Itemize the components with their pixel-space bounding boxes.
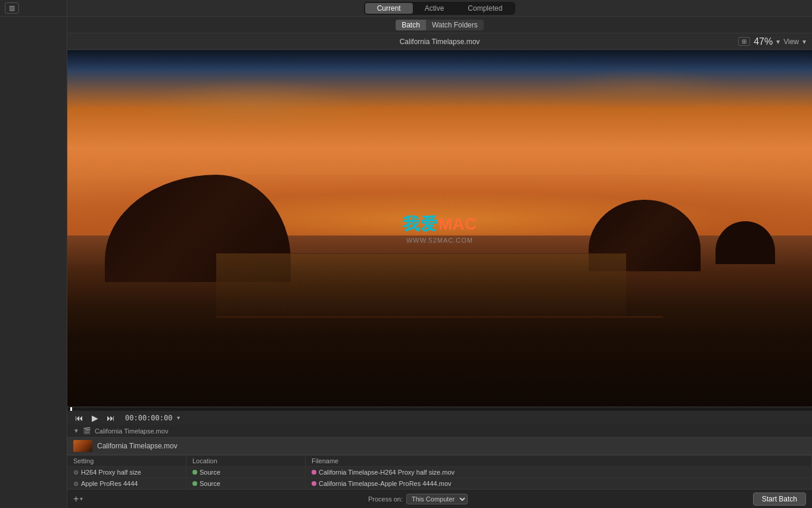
zoom-level: 47% bbox=[754, 36, 773, 47]
add-button[interactable]: + ▾ bbox=[73, 494, 83, 504]
watermark: 我爱MAC WWW.52MAC.COM bbox=[403, 213, 477, 244]
filename-value-1: California Timelapse-H264 Proxy half siz… bbox=[319, 469, 455, 476]
tab-completed[interactable]: Completed bbox=[456, 3, 514, 14]
view-button[interactable]: View bbox=[783, 38, 799, 46]
zoom-dropdown-button[interactable]: ▾ bbox=[776, 38, 780, 46]
batch-button[interactable]: Batch bbox=[396, 20, 426, 30]
settings-icon-2: ⚙ bbox=[73, 481, 79, 487]
setting-name-1: H264 Proxy half size bbox=[81, 469, 141, 476]
filename-column-header: Filename bbox=[306, 456, 812, 466]
file-group-header: ▼ 🎬 California Timelapse.mov bbox=[67, 425, 812, 438]
scrubber-handle bbox=[70, 407, 72, 411]
grid-view-button[interactable]: ⊞ bbox=[738, 37, 750, 46]
filename-dot-2 bbox=[312, 481, 316, 486]
video-frame: 我爱MAC WWW.52MAC.COM bbox=[67, 50, 812, 407]
play-button[interactable]: ▶ bbox=[90, 413, 100, 423]
start-batch-button[interactable]: Start Batch bbox=[753, 492, 806, 506]
cloud-left bbox=[142, 79, 365, 132]
filename-cell-1: California Timelapse-H264 Proxy half siz… bbox=[306, 467, 812, 478]
location-cell-1: Source bbox=[186, 467, 306, 478]
process-on-group: Process on: This Computer bbox=[368, 494, 468, 504]
add-button-group: + ▾ bbox=[73, 494, 83, 504]
setting-name-2: Apple ProRes 4444 bbox=[81, 480, 138, 487]
file-list-item[interactable]: California Timelapse.mov bbox=[67, 438, 812, 455]
settings-row-2[interactable]: ⚙ Apple ProRes 4444 Source California Ti… bbox=[67, 478, 812, 489]
setting-column-header: Setting bbox=[67, 456, 186, 466]
transport-bar: ⏮ ▶ ⏭ 00:00:00:00 ▾ bbox=[67, 407, 812, 425]
watermark-text: 我爱MAC bbox=[403, 213, 477, 236]
filename-value-2: California Timelapse-Apple ProRes 4444.m… bbox=[319, 480, 452, 487]
settings-icon-1: ⚙ bbox=[73, 469, 79, 476]
settings-row-1[interactable]: ⚙ H264 Proxy half size Source California… bbox=[67, 466, 812, 478]
pier bbox=[216, 316, 663, 318]
watermark-url: WWW.52MAC.COM bbox=[403, 237, 477, 244]
group-collapse-arrow[interactable]: ▼ bbox=[73, 428, 79, 434]
setting-cell-1: ⚙ H264 Proxy half size bbox=[67, 467, 186, 478]
preview-controls: ⊞ 47% ▾ View ▾ bbox=[738, 36, 806, 47]
main-content: Current Active Completed Batch Watch Fol… bbox=[67, 0, 812, 508]
setting-cell-2: ⚙ Apple ProRes 4444 bbox=[67, 478, 186, 489]
view-dropdown-button[interactable]: ▾ bbox=[802, 38, 806, 46]
scrubber-track[interactable] bbox=[67, 407, 812, 411]
location-cell-2: Source bbox=[186, 478, 306, 489]
sidebar-toggle-button[interactable]: ▥ bbox=[5, 2, 19, 14]
tab-group: Current Active Completed bbox=[364, 2, 516, 15]
watermark-chinese: 我爱 bbox=[403, 215, 438, 233]
batch-bar: Batch Watch Folders bbox=[67, 17, 812, 33]
location-dot-1 bbox=[192, 470, 197, 475]
top-bar: Current Active Completed bbox=[67, 0, 812, 17]
tab-current[interactable]: Current bbox=[365, 3, 413, 14]
preview-bar: California Timelapse.mov ⊞ 47% ▾ View ▾ bbox=[67, 33, 812, 50]
transport-controls: ⏮ ▶ ⏭ bbox=[73, 413, 117, 423]
tab-active[interactable]: Active bbox=[413, 3, 456, 14]
process-on-label: Process on: bbox=[368, 495, 403, 503]
timecode-display: 00:00:00:00 bbox=[125, 414, 172, 422]
video-preview-area: 我爱MAC WWW.52MAC.COM bbox=[67, 50, 812, 407]
grid-icon: ⊞ bbox=[742, 38, 746, 45]
preview-filename: California Timelapse.mov bbox=[400, 38, 480, 46]
add-chevron-icon: ▾ bbox=[80, 495, 83, 502]
fast-forward-button[interactable]: ⏭ bbox=[105, 413, 117, 423]
process-select[interactable]: This Computer bbox=[406, 494, 468, 504]
filename-cell-2: California Timelapse-Apple ProRes 4444.m… bbox=[306, 478, 812, 489]
file-group-icon: 🎬 bbox=[83, 427, 91, 435]
location-dot-2 bbox=[192, 481, 197, 486]
sidebar-top: ▥ bbox=[0, 0, 67, 17]
location-column-header: Location bbox=[186, 456, 306, 466]
timecode-dropdown-button[interactable]: ▾ bbox=[177, 414, 180, 421]
watermark-mac: MAC bbox=[438, 215, 477, 233]
file-thumbnail bbox=[73, 440, 92, 452]
cloud-right bbox=[552, 68, 738, 111]
pool-area bbox=[216, 253, 626, 318]
filename-dot-1 bbox=[312, 470, 316, 475]
bottom-bar: + ▾ Process on: This Computer Start Batc… bbox=[67, 489, 812, 508]
file-group-name: California Timelapse.mov bbox=[95, 428, 169, 435]
watch-folders-button[interactable]: Watch Folders bbox=[426, 20, 484, 30]
rewind-button[interactable]: ⏮ bbox=[73, 413, 85, 423]
add-icon: + bbox=[73, 494, 79, 504]
settings-table-header: Setting Location Filename bbox=[67, 455, 812, 466]
sidebar-toggle-icon: ▥ bbox=[9, 4, 15, 12]
sidebar: ▥ bbox=[0, 0, 67, 508]
file-item-name: California Timelapse.mov bbox=[97, 442, 178, 450]
location-value-1: Source bbox=[200, 469, 220, 476]
location-value-2: Source bbox=[200, 480, 220, 487]
